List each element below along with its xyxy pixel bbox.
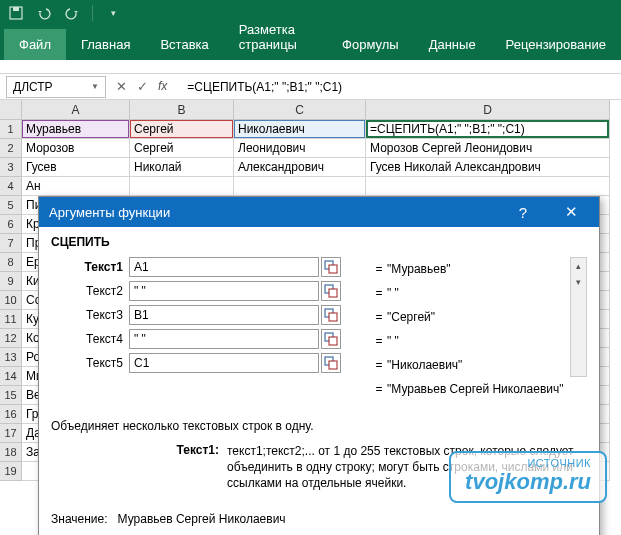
- arg-input[interactable]: [129, 305, 319, 325]
- close-icon[interactable]: ✕: [551, 199, 591, 225]
- row-header[interactable]: 6: [0, 215, 22, 234]
- arg-input[interactable]: [129, 281, 319, 301]
- tab-file[interactable]: Файл: [4, 29, 66, 60]
- row-header[interactable]: 3: [0, 158, 22, 177]
- cell[interactable]: [366, 177, 610, 196]
- confirm-formula-icon[interactable]: ✓: [137, 79, 148, 94]
- row-header[interactable]: 15: [0, 386, 22, 405]
- row-header[interactable]: 11: [0, 310, 22, 329]
- col-header-C[interactable]: C: [234, 100, 366, 120]
- arg-label: Текст3: [51, 308, 129, 322]
- svg-rect-5: [329, 289, 337, 297]
- svg-rect-7: [329, 313, 337, 321]
- cell[interactable]: Гусев: [22, 158, 130, 177]
- arg-result: "Николаевич": [387, 358, 462, 372]
- customize-qat-icon[interactable]: ▾: [105, 5, 121, 21]
- cell[interactable]: =СЦЕПИТЬ(A1;" ";B1;" ";C1): [366, 120, 610, 139]
- args-scrollbar[interactable]: ▴ ▾: [570, 257, 587, 377]
- svg-rect-1: [13, 7, 19, 11]
- cell[interactable]: Морозов: [22, 139, 130, 158]
- row-header[interactable]: 8: [0, 253, 22, 272]
- col-header-D[interactable]: D: [366, 100, 610, 120]
- cell[interactable]: Муравьев: [22, 120, 130, 139]
- function-name: СЦЕПИТЬ: [51, 235, 587, 249]
- tab-insert[interactable]: Вставка: [145, 29, 223, 60]
- scroll-down-icon[interactable]: ▾: [571, 274, 586, 290]
- arg-label: Текст5: [51, 356, 129, 370]
- row-header[interactable]: 7: [0, 234, 22, 253]
- cell[interactable]: Ан: [22, 177, 130, 196]
- row-header[interactable]: 9: [0, 272, 22, 291]
- overall-result: "Муравьев Сергей Николаевич": [387, 382, 564, 396]
- arg-label: Текст1: [51, 260, 129, 274]
- row-header[interactable]: 5: [0, 196, 22, 215]
- arg-result: "Сергей": [387, 310, 435, 324]
- row-header[interactable]: 18: [0, 443, 22, 462]
- cell[interactable]: Александрович: [234, 158, 366, 177]
- svg-rect-3: [329, 265, 337, 273]
- tab-page-layout[interactable]: Разметка страницы: [224, 14, 327, 60]
- scroll-up-icon[interactable]: ▴: [571, 258, 586, 274]
- tab-data[interactable]: Данные: [414, 29, 491, 60]
- formula-input[interactable]: [183, 78, 621, 96]
- undo-icon[interactable]: [36, 5, 52, 21]
- row-header[interactable]: 16: [0, 405, 22, 424]
- tab-home[interactable]: Главная: [66, 29, 145, 60]
- cell[interactable]: [234, 177, 366, 196]
- cell[interactable]: Леонидович: [234, 139, 366, 158]
- save-icon[interactable]: [8, 5, 24, 21]
- row-header[interactable]: 17: [0, 424, 22, 443]
- cell[interactable]: Сергей: [130, 139, 234, 158]
- col-header-A[interactable]: A: [22, 100, 130, 120]
- range-selector-icon[interactable]: [321, 257, 341, 277]
- name-box-value: ДЛСТР: [13, 80, 53, 94]
- arg-input[interactable]: [129, 353, 319, 373]
- help-button[interactable]: ?: [503, 199, 543, 225]
- row-header[interactable]: 19: [0, 462, 22, 481]
- value-text: Муравьев Сергей Николаевич: [118, 512, 286, 526]
- chevron-down-icon[interactable]: ▼: [91, 82, 99, 91]
- cell[interactable]: Николай: [130, 158, 234, 177]
- cell[interactable]: [130, 177, 234, 196]
- arg-input[interactable]: [129, 257, 319, 277]
- value-label: Значение:: [51, 512, 108, 526]
- arg-desc-label: Текст1:: [51, 443, 227, 492]
- range-selector-icon[interactable]: [321, 281, 341, 301]
- row-header[interactable]: 4: [0, 177, 22, 196]
- tab-formulas[interactable]: Формулы: [327, 29, 414, 60]
- name-box[interactable]: ДЛСТР ▼: [6, 76, 106, 98]
- formula-bar-buttons: ✕ ✓ fx: [106, 79, 183, 94]
- arg-label: Текст2: [51, 284, 129, 298]
- range-selector-icon[interactable]: [321, 329, 341, 349]
- watermark-label: ИСТОЧНИК: [465, 457, 591, 469]
- formula-bar: ДЛСТР ▼ ✕ ✓ fx: [0, 74, 621, 100]
- function-description: Объединяет несколько текстовых строк в о…: [51, 419, 587, 433]
- cell[interactable]: Сергей: [130, 120, 234, 139]
- col-header-B[interactable]: B: [130, 100, 234, 120]
- cell[interactable]: Гусев Николай Александрович: [366, 158, 610, 177]
- range-selector-icon[interactable]: [321, 305, 341, 325]
- watermark: ИСТОЧНИК tvojkomp.ru: [449, 451, 607, 503]
- row-header[interactable]: 13: [0, 348, 22, 367]
- arg-result: "Муравьев": [387, 262, 451, 276]
- fx-icon[interactable]: fx: [158, 79, 173, 94]
- dialog-titlebar[interactable]: Аргументы функции ? ✕: [39, 197, 599, 227]
- ribbon-tabs: Файл Главная Вставка Разметка страницы Ф…: [0, 26, 621, 60]
- cell[interactable]: Морозов Сергей Леонидович: [366, 139, 610, 158]
- row-header[interactable]: 12: [0, 329, 22, 348]
- arg-result: " ": [387, 286, 399, 300]
- cell[interactable]: Николаевич: [234, 120, 366, 139]
- tab-review[interactable]: Рецензирование: [491, 29, 621, 60]
- row-header[interactable]: 1: [0, 120, 22, 139]
- row-header[interactable]: 14: [0, 367, 22, 386]
- row-header[interactable]: 2: [0, 139, 22, 158]
- svg-rect-9: [329, 337, 337, 345]
- ribbon-area: [0, 60, 621, 74]
- select-all-corner[interactable]: [0, 100, 22, 120]
- range-selector-icon[interactable]: [321, 353, 341, 373]
- row-header[interactable]: 10: [0, 291, 22, 310]
- cancel-formula-icon[interactable]: ✕: [116, 79, 127, 94]
- dialog-title: Аргументы функции: [49, 205, 170, 220]
- arg-input[interactable]: [129, 329, 319, 349]
- redo-icon[interactable]: [64, 5, 80, 21]
